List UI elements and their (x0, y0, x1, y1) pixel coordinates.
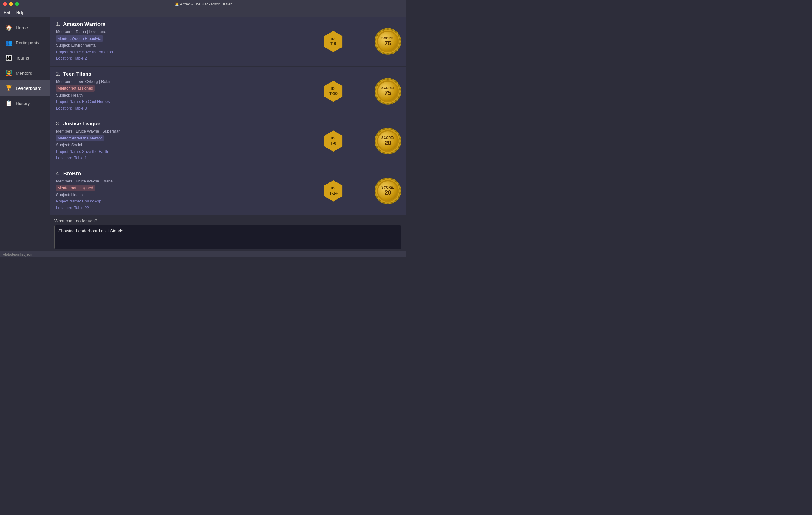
sidebar-item-leaderboard[interactable]: 🏆 Leaderboard (0, 81, 50, 96)
team-id-badge: ID: T-14 (321, 179, 345, 203)
team-project: Project Name: Be Cool Heroes (56, 99, 303, 105)
hex-shape: ID: T-8 (323, 130, 344, 152)
team-info: 4. BroBro Members: Bruce Wayne | Diana M… (56, 171, 303, 212)
team-location: Location: Table 2 (56, 55, 303, 61)
team-info: 3. Justice League Members: Bruce Wayne |… (56, 121, 303, 161)
team-members: Members: Teen Cyborg | Robin (56, 79, 303, 85)
sidebar-item-history[interactable]: 📋 History (0, 96, 50, 111)
score-value: 20 (384, 189, 391, 196)
team-rank: 2. (56, 71, 60, 77)
command-input[interactable] (55, 225, 402, 249)
id-value: T-14 (329, 190, 338, 196)
team-subject: Subject: Health (56, 192, 303, 198)
id-value: T-10 (329, 91, 338, 96)
team-project: Project Name: Save the Earth (56, 149, 303, 155)
history-icon: 📋 (5, 100, 12, 107)
team-id-badge: ID: T-8 (321, 129, 345, 153)
team-row: 1. Amazon Warriors Members: Diana | Lois… (50, 17, 406, 67)
team-subject: Subject: Environmental (56, 42, 303, 49)
sidebar-label-leaderboard: Leaderboard (16, 86, 41, 91)
team-row: 2. Teen Titans Members: Teen Cyborg | Ro… (50, 67, 406, 117)
team-location: Location: Table 3 (56, 105, 303, 111)
leaderboard-list: 1. Amazon Warriors Members: Diana | Lois… (50, 17, 406, 215)
sidebar-label-teams: Teams (16, 55, 29, 61)
id-label: ID: (331, 87, 336, 91)
team-id-badge: ID: T-10 (321, 79, 345, 103)
bottom-label: What can I do for you? (55, 218, 402, 223)
score-medal: SCORE: 20 (376, 179, 400, 203)
team-members: Members: Bruce Wayne | Diana (56, 178, 303, 184)
score-label: SCORE: (381, 136, 394, 140)
maximize-button[interactable] (15, 2, 19, 6)
team-location: Location: Table 22 (56, 205, 303, 211)
medal-outer: SCORE: 20 (377, 180, 399, 202)
content-area: 1. Amazon Warriors Members: Diana | Lois… (50, 17, 406, 251)
menu-bar: Exit Help (0, 8, 406, 17)
sidebar-label-participants: Participants (16, 40, 39, 46)
team-mentor: Mentor: Queen Hippolyta (56, 35, 103, 42)
score-label: SCORE: (381, 86, 394, 90)
score-medal: SCORE: 75 (376, 79, 400, 103)
sidebar: 🏠 Home 👥 Participants 👨‍👩‍👧 Teams 🧑‍🏫 Me… (0, 17, 50, 251)
hex-shape: ID: T-14 (323, 180, 344, 202)
id-label: ID: (331, 37, 336, 41)
team-row: 4. BroBro Members: Bruce Wayne | Diana M… (50, 166, 406, 215)
sidebar-label-history: History (16, 101, 30, 106)
main-layout: 🏠 Home 👥 Participants 👨‍👩‍👧 Teams 🧑‍🏫 Me… (0, 17, 406, 251)
score-label: SCORE: (381, 37, 394, 40)
bottom-area: What can I do for you? (50, 215, 406, 251)
sidebar-label-home: Home (16, 25, 28, 30)
sidebar-item-participants[interactable]: 👥 Participants (0, 35, 50, 50)
medal-outer: SCORE: 20 (377, 130, 399, 152)
medal-outer: SCORE: 75 (377, 31, 399, 52)
team-project: Project Name: BroBroApp (56, 198, 303, 204)
team-rank: 3. (56, 121, 60, 126)
status-bar: /data/teamlist.json (0, 251, 406, 258)
score-medal: SCORE: 20 (376, 129, 400, 153)
sidebar-item-home[interactable]: 🏠 Home (0, 20, 50, 35)
team-info: 2. Teen Titans Members: Teen Cyborg | Ro… (56, 71, 303, 112)
score-value: 75 (384, 90, 391, 96)
team-row: 3. Justice League Members: Bruce Wayne |… (50, 117, 406, 166)
team-location: Location: Table 1 (56, 155, 303, 161)
participants-icon: 👥 (5, 39, 12, 46)
medal-outer: SCORE: 75 (377, 81, 399, 102)
menu-exit[interactable]: Exit (4, 10, 10, 15)
minimize-button[interactable] (9, 2, 13, 6)
leaderboard-icon: 🏆 (5, 85, 12, 91)
team-mentor: Mentor not assigned (56, 85, 95, 92)
sidebar-label-mentors: Mentors (16, 70, 32, 75)
team-id-badge: ID: T-9 (321, 29, 345, 54)
sidebar-item-teams[interactable]: 👨‍👩‍👧 Teams (0, 50, 50, 65)
team-mentor: Mentor not assigned (56, 185, 95, 191)
team-members: Members: Diana | Lois Lane (56, 29, 303, 35)
team-name: 4. BroBro (56, 171, 303, 177)
hex-shape: ID: T-10 (323, 81, 344, 102)
id-value: T-8 (330, 141, 336, 146)
mentors-icon: 🧑‍🏫 (5, 69, 12, 76)
team-mentor: Mentor: Alfred the Mentor (56, 135, 104, 142)
hex-shape: ID: T-9 (323, 31, 344, 52)
id-value: T-9 (330, 41, 336, 46)
team-name: 1. Amazon Warriors (56, 21, 303, 27)
team-project: Project Name: Save the Amazon (56, 49, 303, 55)
score-label: SCORE: (381, 186, 394, 189)
team-rank: 1. (56, 21, 60, 27)
app-title: 🧑‍💼 Alfred - The Hackathon Butler (174, 2, 232, 6)
menu-help[interactable]: Help (16, 10, 25, 15)
close-button[interactable] (3, 2, 7, 6)
window-controls (3, 2, 19, 6)
team-name: 2. Teen Titans (56, 71, 303, 77)
team-members: Members: Bruce Wayne | Superman (56, 128, 303, 134)
teams-icon: 👨‍👩‍👧 (5, 55, 12, 61)
team-subject: Subject: Social (56, 142, 303, 148)
team-info: 1. Amazon Warriors Members: Diana | Lois… (56, 21, 303, 62)
team-name: 3. Justice League (56, 121, 303, 127)
id-label: ID: (331, 136, 336, 141)
score-value: 75 (384, 40, 391, 47)
status-text: /data/teamlist.json (3, 252, 32, 256)
sidebar-item-mentors[interactable]: 🧑‍🏫 Mentors (0, 65, 50, 81)
home-icon: 🏠 (5, 24, 12, 31)
score-medal: SCORE: 75 (376, 29, 400, 54)
title-bar: 🧑‍💼 Alfred - The Hackathon Butler (0, 0, 406, 8)
